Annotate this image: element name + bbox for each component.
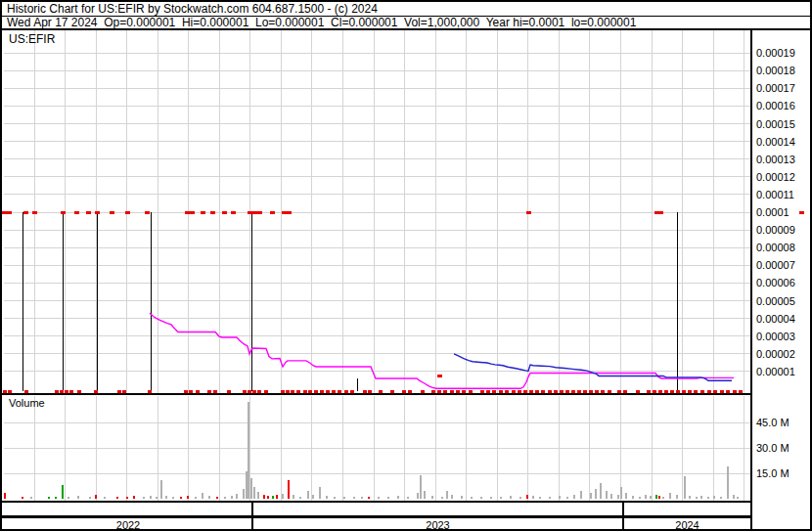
volume-bar <box>595 489 597 499</box>
price-tick-low <box>338 390 341 393</box>
volume-bar <box>353 497 355 499</box>
price-axis-label: 0.00006 <box>756 277 795 288</box>
price-tick-low <box>196 390 200 393</box>
price-tick-high <box>2 211 7 214</box>
axis-row-divider <box>2 515 752 518</box>
price-tick-low <box>670 390 674 393</box>
price-tick-low <box>480 390 484 393</box>
price-tick-high <box>252 211 257 214</box>
price-tick-low <box>700 390 704 393</box>
price-tick-low <box>554 390 558 393</box>
price-tick-low <box>571 390 575 393</box>
price-tick-low <box>499 390 503 393</box>
volume-bar <box>326 496 328 499</box>
price-tick-low <box>379 390 383 393</box>
price-tick-high <box>270 211 275 214</box>
price-axis-label: 0.00012 <box>756 171 795 183</box>
volume-panel-bottom-border <box>2 501 752 503</box>
price-tick-low <box>3 390 7 393</box>
price-tick-high <box>526 211 531 214</box>
price-tick-low <box>332 390 336 393</box>
volume-bar <box>150 496 152 499</box>
volume-bar <box>720 497 722 499</box>
price-tick-low <box>664 390 668 393</box>
volume-bar <box>282 494 284 499</box>
price-tick-low <box>688 390 692 393</box>
volume-bar <box>236 494 238 499</box>
volume-bar <box>519 497 521 499</box>
price-tick-low <box>252 390 256 393</box>
price-tick-low <box>8 390 12 393</box>
price-axis-label: 0.00007 <box>756 259 795 271</box>
price-tick-low <box>694 390 698 393</box>
volume-bar <box>288 480 290 499</box>
price-tick-low <box>713 390 717 393</box>
volume-bar <box>165 496 167 499</box>
volume-bar <box>208 496 210 499</box>
volume-bar <box>267 496 269 499</box>
price-tick-high <box>61 211 66 214</box>
volume-bar <box>707 497 709 499</box>
price-axis-label: 0.00004 <box>756 313 795 325</box>
volume-bar <box>143 497 145 499</box>
price-tick-low <box>726 390 730 393</box>
ohlc-summary: Wed Apr 17 2024 Op=0.000001 Hi=0.000001 … <box>7 17 636 29</box>
price-axis-label: 0.00013 <box>756 154 795 165</box>
price-axis-label: 0.00016 <box>756 100 795 111</box>
volume-bar <box>684 476 686 499</box>
price-tick-high <box>287 211 292 214</box>
price-tick-low <box>117 390 121 393</box>
volume-bar <box>4 493 6 499</box>
volume-bar <box>387 497 389 499</box>
volume-bar <box>610 494 612 499</box>
volume-bar <box>655 495 657 499</box>
price-tick-low <box>617 390 621 393</box>
price-axis-label: 0.00015 <box>756 118 795 130</box>
volume-bar <box>549 497 551 499</box>
price-tick-high <box>110 211 114 214</box>
volume-bar <box>727 466 729 499</box>
price-axis-label: 0.00019 <box>756 47 795 59</box>
volume-bar <box>500 497 502 499</box>
volume-panel-label: Volume <box>9 397 45 409</box>
price-tick-low <box>623 390 627 393</box>
price-tick-low <box>363 390 367 393</box>
price-tick-low <box>264 390 268 393</box>
volume-bar <box>250 478 252 499</box>
volume-bar <box>248 402 249 499</box>
volume-bar <box>299 497 301 499</box>
volume-bar <box>471 497 473 499</box>
price-tick-low <box>739 390 743 393</box>
price-tick-low <box>583 390 587 393</box>
volume-bar <box>95 495 97 499</box>
volume-bar <box>55 497 57 499</box>
volume-bar <box>645 495 647 499</box>
volume-bar <box>490 497 492 499</box>
price-axis-label: 0.0001 <box>756 206 789 218</box>
volume-bar <box>48 497 50 499</box>
price-tick-low <box>450 390 454 393</box>
volume-bar <box>216 497 218 499</box>
volume-bar <box>431 496 433 499</box>
volume-bar <box>417 493 419 499</box>
price-tick-low <box>189 390 193 393</box>
price-axis-label: 0.00008 <box>756 242 795 253</box>
price-tick-low <box>456 390 460 393</box>
price-tick-low <box>486 390 490 393</box>
price-axis-label: 0.00001 <box>756 366 795 377</box>
volume-bar <box>737 497 739 499</box>
volume-bar <box>461 496 463 499</box>
price-tick-low <box>523 390 527 393</box>
price-tick-low <box>560 390 564 393</box>
price-tick-low <box>248 390 251 393</box>
volume-bar <box>202 493 203 499</box>
price-tick-low <box>296 390 300 393</box>
volume-bar <box>307 491 309 499</box>
price-tick-low <box>676 390 680 393</box>
price-axis-label: 0.00005 <box>756 295 795 307</box>
volume-bar <box>195 497 197 499</box>
price-tick-low <box>421 390 425 393</box>
volume-bar <box>253 487 255 499</box>
volume-bar <box>420 475 422 499</box>
volume-bar <box>733 495 735 499</box>
